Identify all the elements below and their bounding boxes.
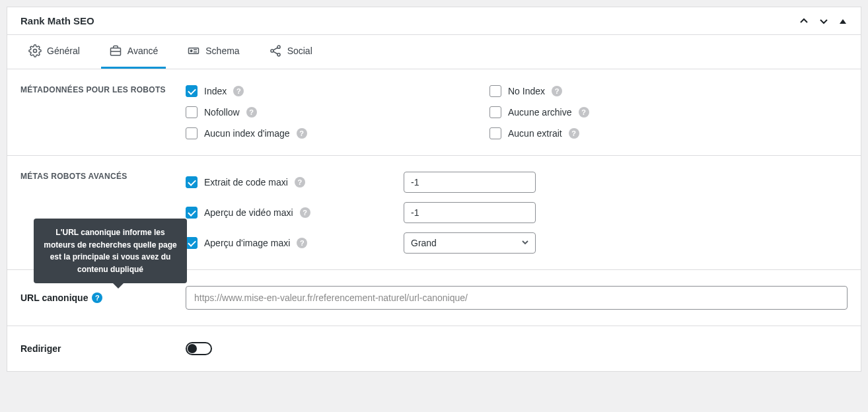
canonical-label-wrap: L'URL canonique informe les moteurs de r…	[20, 286, 186, 310]
checkbox-index[interactable]	[186, 85, 198, 97]
label-max-snippet: Extrait de code maxi	[204, 177, 288, 188]
svg-point-1	[34, 50, 37, 53]
checkbox-nofollow[interactable]	[186, 106, 198, 118]
help-icon[interactable]: ?	[552, 86, 562, 96]
help-icon[interactable]: ?	[297, 238, 307, 248]
redirect-label: Rediriger	[20, 342, 186, 355]
briefcase-icon	[109, 44, 122, 57]
toggle-knob	[188, 344, 197, 353]
panel-title: Rank Math SEO	[20, 15, 94, 26]
seo-panel: Rank Math SEO Général Avancé Schema	[7, 7, 861, 372]
panel-controls	[799, 16, 848, 26]
tab-schema-label: Schema	[205, 46, 239, 56]
help-icon[interactable]: ?	[579, 107, 589, 118]
robots-meta-heading: MÉTADONNÉES POUR LES ROBOTS	[20, 85, 186, 139]
tab-bar: Général Avancé Schema Social	[7, 35, 861, 69]
input-max-snippet[interactable]	[404, 172, 536, 193]
checkbox-noarchive[interactable]	[489, 106, 501, 118]
section-robots-meta: MÉTADONNÉES POUR LES ROBOTS Index ? No I…	[7, 69, 861, 156]
input-canonical-url[interactable]	[186, 286, 848, 310]
label-max-image: Aperçu d'image maxi	[204, 238, 290, 248]
canonical-label: URL canonique	[20, 292, 88, 303]
label-noindex: No Index	[508, 86, 545, 96]
help-icon[interactable]: ?	[92, 292, 102, 303]
help-icon[interactable]: ?	[295, 177, 305, 188]
svg-line-11	[273, 48, 277, 50]
checkbox-max-video[interactable]	[186, 207, 198, 219]
select-max-image[interactable]	[404, 232, 536, 254]
checkbox-noindex[interactable]	[489, 85, 501, 97]
move-up-icon[interactable]	[799, 16, 809, 26]
label-index: Index	[204, 86, 227, 96]
checkbox-noimageindex[interactable]	[186, 127, 198, 139]
label-max-video: Aperçu de vidéo maxi	[204, 207, 293, 218]
section-canonical: L'URL canonique informe les moteurs de r…	[7, 270, 861, 326]
panel-header: Rank Math SEO	[7, 7, 861, 35]
help-icon[interactable]: ?	[233, 86, 244, 96]
svg-point-10	[277, 53, 280, 56]
svg-marker-0	[840, 19, 846, 24]
tab-schema[interactable]: Schema	[179, 35, 247, 69]
section-redirect: Rediriger	[7, 326, 861, 371]
checkbox-nosnippet[interactable]	[489, 127, 501, 139]
label-noimageindex: Aucun index d'image	[204, 128, 290, 139]
tab-social[interactable]: Social	[261, 35, 320, 69]
share-icon	[269, 44, 282, 57]
move-down-icon[interactable]	[818, 16, 829, 26]
tab-advanced[interactable]: Avancé	[101, 35, 166, 69]
checkbox-max-snippet[interactable]	[186, 176, 198, 188]
checkbox-max-image[interactable]	[186, 237, 198, 249]
tab-social-label: Social	[287, 46, 312, 56]
collapse-icon[interactable]	[838, 16, 848, 26]
toggle-redirect[interactable]	[186, 342, 212, 355]
help-icon[interactable]: ?	[246, 107, 257, 118]
schema-icon	[187, 44, 200, 57]
tab-advanced-label: Avancé	[127, 46, 158, 56]
svg-line-12	[273, 52, 277, 54]
help-icon[interactable]: ?	[300, 207, 310, 218]
help-icon[interactable]: ?	[569, 128, 579, 139]
svg-point-8	[277, 46, 280, 48]
gear-icon	[28, 44, 42, 57]
input-max-video[interactable]	[404, 202, 536, 223]
help-icon[interactable]: ?	[297, 128, 307, 139]
label-noarchive: Aucune archive	[508, 107, 572, 118]
label-nosnippet: Aucun extrait	[508, 128, 562, 139]
tab-general-label: Général	[47, 46, 80, 56]
label-nofollow: Nofollow	[204, 107, 240, 118]
svg-point-5	[191, 50, 193, 52]
tab-general[interactable]: Général	[20, 35, 88, 69]
svg-point-9	[271, 50, 273, 52]
canonical-tooltip: L'URL canonique informe les moteurs de r…	[34, 219, 187, 283]
